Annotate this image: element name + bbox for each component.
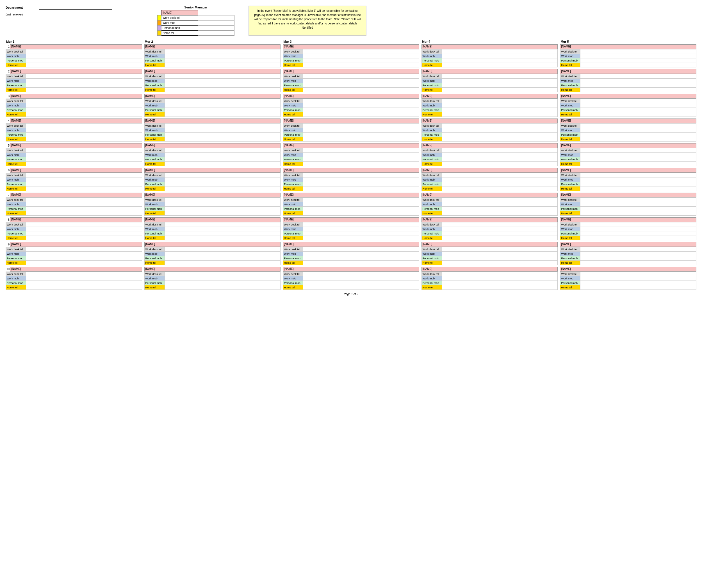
contact-value-m3-r4-f2[interactable] [303,132,419,137]
contact-value-m5-r10-f2[interactable] [580,281,696,285]
name-cell-m5-r4[interactable]: [NAME] [560,118,696,123]
contact-value-m2-r3-f0[interactable] [164,99,280,103]
contact-value-m5-r10-f3[interactable] [580,285,696,290]
contact-value-m3-r2-f2[interactable] [303,83,419,88]
contact-value-m1-r10-f2[interactable] [26,281,142,285]
contact-value-m3-r1-f1[interactable] [303,54,419,58]
contact-value-m4-r7-f3[interactable] [442,211,558,216]
name-cell-m1-r3[interactable]: [NAME] [10,94,142,99]
contact-value-m4-r8-f1[interactable] [442,227,558,231]
name-cell-m3-r7[interactable]: [NAME] [283,193,419,198]
name-cell-m2-r6[interactable]: [NAME] [144,168,281,173]
contact-value-m3-r9-f2[interactable] [303,256,419,261]
contact-value-m4-r7-f1[interactable] [442,202,558,207]
contact-value-m4-r3-f1[interactable] [442,103,558,108]
contact-value-m5-r8-f0[interactable] [580,222,696,227]
contact-value-m4-r4-f3[interactable] [442,137,558,141]
contact-value-m1-r1-f1[interactable] [26,54,142,58]
contact-value-m1-r7-f0[interactable] [26,198,142,202]
contact-value-m1-r3-f1[interactable] [26,103,142,108]
name-cell-m4-r2[interactable]: [NAME] [422,69,558,74]
contact-value-m4-r8-f0[interactable] [442,222,558,227]
contact-value-m2-r4-f0[interactable] [164,124,280,128]
contact-value-m2-r7-f1[interactable] [164,202,280,207]
contact-value-m4-r4-f0[interactable] [442,124,558,128]
contact-value-m4-r2-f1[interactable] [442,79,558,83]
contact-value-m4-r1-f1[interactable] [442,54,558,58]
name-cell-m3-r1[interactable]: [NAME] [283,44,419,49]
contact-value-m1-r4-f0[interactable] [26,124,142,128]
name-cell-m3-r9[interactable]: [NAME] [283,242,419,247]
contact-value-m1-r7-f1[interactable] [26,202,142,207]
contact-value-m5-r9-f2[interactable] [580,256,696,261]
contact-value-m4-r1-f3[interactable] [442,63,558,68]
contact-value-m3-r10-f2[interactable] [303,281,419,285]
name-cell-m4-r5[interactable]: [NAME] [422,143,558,148]
contact-value-m4-r9-f1[interactable] [442,252,558,256]
contact-value-m4-r10-f3[interactable] [442,285,558,290]
contact-value-m1-r9-f0[interactable] [26,247,142,252]
name-cell-m4-r3[interactable]: [NAME] [422,94,558,99]
contact-value-m2-r1-f3[interactable] [164,63,280,68]
contact-value-m1-r5-f3[interactable] [26,162,142,166]
contact-value-m3-r2-f0[interactable] [303,74,419,79]
contact-value-m5-r10-f0[interactable] [580,272,696,276]
contact-value-m2-r10-f2[interactable] [164,281,280,285]
contact-value-m3-r1-f2[interactable] [303,58,419,63]
contact-value-m3-r3-f2[interactable] [303,108,419,112]
contact-value-m2-r7-f0[interactable] [164,198,280,202]
contact-value-m5-r8-f1[interactable] [580,227,696,231]
name-cell-m3-r10[interactable]: [NAME] [283,267,419,271]
name-cell-m2-r4[interactable]: [NAME] [144,118,281,123]
contact-value-m3-r9-f3[interactable] [303,261,419,265]
contact-value-m4-r10-f2[interactable] [442,281,558,285]
name-cell-m2-r8[interactable]: [NAME] [144,217,281,222]
contact-value-m5-r9-f1[interactable] [580,252,696,256]
contact-value-m1-r2-f3[interactable] [26,88,142,92]
contact-value-m1-r2-f0[interactable] [26,74,142,79]
contact-value-m3-r5-f2[interactable] [303,157,419,162]
contact-value-m3-r4-f3[interactable] [303,137,419,141]
contact-value-m4-r4-f1[interactable] [442,128,558,132]
name-cell-m3-r4[interactable]: [NAME] [283,118,419,123]
contact-value-m1-r10-f1[interactable] [26,276,142,281]
name-cell-m2-r3[interactable]: [NAME] [144,94,281,99]
name-cell-m1-r1[interactable]: [NAME] [10,44,142,49]
contact-value-m5-r1-f1[interactable] [580,54,696,58]
contact-value-m4-r1-f2[interactable] [442,58,558,63]
contact-value-m2-r7-f3[interactable] [164,211,280,216]
contact-value-m2-r5-f3[interactable] [164,162,280,166]
name-cell-m2-r10[interactable]: [NAME] [144,267,281,271]
contact-value-m4-r6-f3[interactable] [442,187,558,191]
contact-value-m1-r8-f0[interactable] [26,222,142,227]
contact-value-m1-r6-f3[interactable] [26,187,142,191]
name-cell-m4-r1[interactable]: [NAME] [422,44,558,49]
name-cell-m1-r7[interactable]: [NAME] [10,193,142,198]
contact-value-m5-r9-f0[interactable] [580,247,696,252]
contact-value-m3-r3-f0[interactable] [303,99,419,103]
contact-value-m2-r5-f0[interactable] [164,148,280,153]
contact-value-m3-r10-f3[interactable] [303,285,419,290]
contact-value-m2-r2-f3[interactable] [164,88,280,92]
contact-value-m3-r9-f1[interactable] [303,252,419,256]
name-cell-m5-r1[interactable]: [NAME] [560,44,696,49]
contact-value-m4-r10-f0[interactable] [442,272,558,276]
name-cell-m1-r4[interactable]: [NAME] [10,118,142,123]
contact-value-m4-r7-f0[interactable] [442,198,558,202]
contact-value-m5-r6-f0[interactable] [580,173,696,178]
contact-value-m1-r8-f2[interactable] [26,231,142,236]
contact-value-m3-r7-f2[interactable] [303,207,419,211]
contact-value-m2-r6-f2[interactable] [164,182,280,187]
contact-value-m1-r3-f2[interactable] [26,108,142,112]
contact-value-m5-r6-f2[interactable] [580,182,696,187]
contact-value-m2-r10-f1[interactable] [164,276,280,281]
contact-value-m1-r9-f1[interactable] [26,252,142,256]
contact-value-m1-r10-f0[interactable] [26,272,142,276]
contact-value-m2-r9-f0[interactable] [164,247,280,252]
contact-value-m3-r6-f0[interactable] [303,173,419,178]
contact-value-m5-r6-f3[interactable] [580,187,696,191]
contact-value-m2-r4-f3[interactable] [164,137,280,141]
contact-value-m5-r5-f3[interactable] [580,162,696,166]
contact-value-m4-r5-f2[interactable] [442,157,558,162]
contact-value-m5-r1-f0[interactable] [580,49,696,54]
